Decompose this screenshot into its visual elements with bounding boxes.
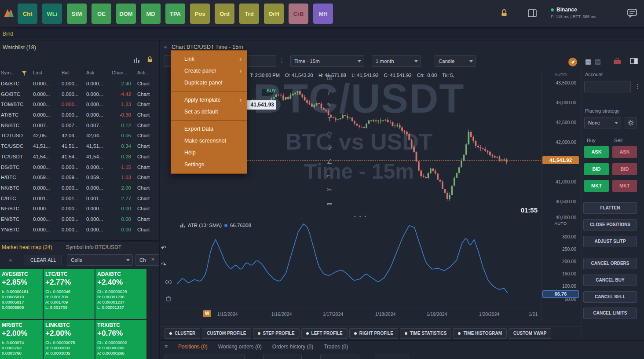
filter-funnel-icon[interactable] xyxy=(22,71,26,76)
profile-button[interactable]: CLUSTER xyxy=(165,328,200,339)
profile-button[interactable]: CUSTOM PROFILE xyxy=(202,328,251,339)
col-bid[interactable]: Bid xyxy=(62,70,69,75)
visibility-eye-icon[interactable] xyxy=(165,280,172,284)
context-menu-item[interactable]: Create panel › xyxy=(171,65,247,77)
trade-action-button[interactable]: CANCEL SELL xyxy=(583,291,637,303)
panel-launch-button[interactable]: CrB xyxy=(289,4,308,24)
col-action[interactable]: Acti... xyxy=(137,70,150,75)
profile-button[interactable]: TIME STATISTICS xyxy=(400,328,452,339)
profile-button[interactable]: STEP PROFILE xyxy=(253,328,300,339)
panel-launch-button[interactable]: WLi xyxy=(42,4,62,24)
grid-alt-icon[interactable]: ▤ xyxy=(595,58,601,66)
panel-launch-button[interactable]: MD xyxy=(141,4,161,24)
redo-icon[interactable]: ↷ xyxy=(161,260,176,269)
layout-windows-icon[interactable] xyxy=(528,9,537,17)
watchlist-lock-icon[interactable] xyxy=(147,56,153,63)
trade-action-button[interactable]: ADJUST SL/TP xyxy=(583,236,637,247)
watchlist-row[interactable]: AT/BTC 0.000... 0.000... 0.000... -0.90 … xyxy=(0,110,159,121)
col-change[interactable]: Chan... xyxy=(112,70,127,75)
price-scale-auto[interactable]: AUTO xyxy=(542,72,580,77)
pane-splitter-handle[interactable]: • • • xyxy=(352,214,370,219)
heatmap-tile[interactable]: MR/BTC +2.00% h: 0.000074 0.0003763 0.00… xyxy=(0,320,43,359)
context-menu-item[interactable]: Apply template › xyxy=(171,94,247,106)
watchlist-row[interactable]: DS/BTC 0.000... 0.000... 0.000... -1.15 … xyxy=(0,163,159,173)
heatmap-tile[interactable]: AVES/BTC +2.85% h: 0.00000161 0.00005810… xyxy=(0,269,43,319)
speed-order-icon[interactable] xyxy=(568,57,578,67)
watchlist-row[interactable]: NE/BTC 0.000... 0.000... 0.000... 0.00 C… xyxy=(0,204,159,215)
chart-action-link[interactable]: Chart xyxy=(137,143,150,149)
price-scale[interactable]: AUTO 43,500.0043,000.0042,500.0042,000.0… xyxy=(541,70,580,322)
positions-tab[interactable]: Working orders (0) xyxy=(218,344,262,350)
chart-action-link[interactable]: Chart xyxy=(137,102,150,107)
watchlist-row[interactable]: C/BTC 0.001... 0.001... 0.001... 2.77 Ch… xyxy=(0,194,159,205)
heatmap-tile[interactable]: ADA/BTC +2.40% Ch: 0.00000029 B: 0.00001… xyxy=(95,269,146,319)
watchlist-title[interactable]: Watchlist (18) xyxy=(3,44,36,51)
chart-action-link[interactable]: Chart xyxy=(137,112,150,117)
undo-icon[interactable]: ↶ xyxy=(161,243,176,253)
bottom-action-button[interactable] xyxy=(320,355,359,359)
atr-indicator-header[interactable]: ATR (13: SMA) 66.76308 xyxy=(180,223,251,228)
heatmap-tile[interactable]: TRX/BTC +0.76% Ch: 0.00000002 B: 0.00000… xyxy=(95,320,146,359)
panel-launch-button[interactable]: OE xyxy=(91,4,111,24)
positions-tab[interactable]: Positions (0) xyxy=(178,344,208,350)
tab-market-heat-map[interactable]: Market heat map (24) xyxy=(2,244,52,250)
chart-action-link[interactable]: Chart xyxy=(137,165,150,170)
panel-launch-button[interactable]: StM xyxy=(67,4,87,24)
trade-action-button[interactable]: FLATTEN xyxy=(583,202,637,214)
connection-status[interactable]: Binance P: 118 ms | RTT: 365 ms xyxy=(551,7,596,19)
context-menu-item[interactable]: Link › xyxy=(171,53,247,65)
profile-button[interactable]: RIGHT PROFILE xyxy=(349,328,398,339)
watchlist-row[interactable]: NK/BTC 0.000... 0.000... 0.000... 2.00 C… xyxy=(0,183,159,194)
tab-symbol-info[interactable]: Symbol info BTC/USDT xyxy=(66,244,121,250)
panel-launch-button[interactable]: Cht xyxy=(18,4,37,24)
panel-launch-button[interactable]: DOM xyxy=(116,4,136,24)
watchlist-row[interactable]: NB/BTC 0.007... 0.007... 0.007... 0.12 C… xyxy=(0,121,159,132)
buy-order-button[interactable]: ASK xyxy=(584,146,609,158)
placing-strategy-gear-button[interactable] xyxy=(625,117,637,128)
atr-scale-auto[interactable]: AUTO xyxy=(542,221,580,226)
chart-action-link[interactable]: Chart xyxy=(137,154,150,159)
atr-line-chart[interactable] xyxy=(177,220,541,306)
bottom-action-button[interactable] xyxy=(165,355,245,359)
watchlist-row[interactable]: EN/BTC 0.000... 0.000... 0.000... 0.00 C… xyxy=(0,215,159,225)
context-menu-item[interactable]: Duplicate panel › xyxy=(171,77,247,92)
heatmap-list-icon[interactable]: ≡ xyxy=(9,256,12,264)
buy-order-button[interactable]: MKT xyxy=(584,180,609,192)
profile-button[interactable]: LEFT PROFILE xyxy=(301,328,348,339)
chart-action-link[interactable]: Chart xyxy=(137,227,150,232)
bind-label[interactable]: Bind xyxy=(3,31,13,37)
panel-right-toggle-icon[interactable] xyxy=(630,58,638,64)
col-symbol[interactable]: Sym... xyxy=(1,70,15,75)
positions-tab[interactable]: Orders history (0) xyxy=(272,344,313,350)
watchlist-row[interactable]: YN/BTC 0.000... 0.000... 0.000... 0.00 C… xyxy=(0,225,159,236)
positions-menu-icon[interactable]: ≡ xyxy=(165,344,168,350)
clear-all-button[interactable]: CLEAR ALL xyxy=(25,255,62,265)
trade-action-button[interactable]: CANCEL ORDERS xyxy=(583,258,637,269)
chart-action-link[interactable]: Chart xyxy=(137,123,150,128)
watchlist-row[interactable]: TC/TUSD 42,05... 42,04... 42,04... 0.05 … xyxy=(0,131,159,142)
trade-action-button[interactable]: CANCEL LIMITS xyxy=(583,308,637,319)
bottom-action-button[interactable] xyxy=(375,355,409,359)
chart-menu-icon[interactable]: ≡ xyxy=(164,44,167,50)
panel-launch-button[interactable]: Trd xyxy=(239,4,259,24)
columns-settings-icon[interactable] xyxy=(134,57,140,63)
context-menu-item[interactable]: Make screenshot › xyxy=(171,135,247,147)
sell-order-button[interactable]: MKT xyxy=(612,180,637,192)
context-menu-item[interactable]: Settings › xyxy=(171,159,247,171)
account-select[interactable] xyxy=(584,81,631,92)
positions-tab[interactable]: Trades (0) xyxy=(324,344,348,350)
chart-action-link[interactable]: Chart xyxy=(137,175,150,180)
profile-button[interactable]: CUSTOM VWAP xyxy=(509,328,551,339)
panel-launch-button[interactable]: MH xyxy=(313,4,333,24)
chart-action-link[interactable]: Chart xyxy=(137,196,150,201)
cells-dropdown[interactable]: Cells xyxy=(67,254,133,266)
profile-button[interactable]: TIME HISTOGRAM xyxy=(453,328,507,339)
trade-action-button[interactable]: CLOSE POSITIONS xyxy=(583,219,637,231)
watchlist-row[interactable]: TOM/BTC 0.000... 0.000... 0.000... -1.23… xyxy=(0,100,159,110)
bottom-action-button[interactable] xyxy=(263,355,302,359)
chart-action-link[interactable]: Chart xyxy=(137,185,150,190)
placing-strategy-dropdown[interactable]: None xyxy=(584,117,621,128)
watchlist-row[interactable]: TC/USDC 41,51... 41,51... 41,51... 0.34 … xyxy=(0,142,159,152)
heatmap-tile[interactable]: LTC/BTC +2.77% Ch: 0.000046 B: 0.001708 … xyxy=(44,269,95,319)
panel-launch-button[interactable]: OrH xyxy=(264,4,284,24)
